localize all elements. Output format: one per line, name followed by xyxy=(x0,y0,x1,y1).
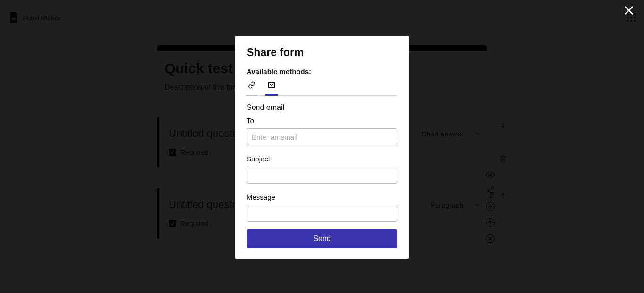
to-label: To xyxy=(247,117,397,125)
share-method-tabs xyxy=(247,81,397,96)
message-label: Message xyxy=(247,193,397,201)
send-email-heading: Send email xyxy=(247,103,397,112)
tab-link[interactable] xyxy=(247,81,257,92)
close-icon[interactable] xyxy=(623,5,635,16)
to-input[interactable] xyxy=(247,128,397,145)
subject-label: Subject xyxy=(247,155,397,163)
subject-input[interactable] xyxy=(247,167,397,184)
available-methods-label: Available methods: xyxy=(247,67,397,75)
tab-email[interactable] xyxy=(266,81,277,92)
share-form-modal: Share form Available methods: Send email… xyxy=(235,36,409,259)
message-input[interactable] xyxy=(247,205,397,222)
send-button[interactable]: Send xyxy=(247,229,397,248)
modal-title: Share form xyxy=(247,46,397,59)
svg-rect-30 xyxy=(268,83,274,88)
